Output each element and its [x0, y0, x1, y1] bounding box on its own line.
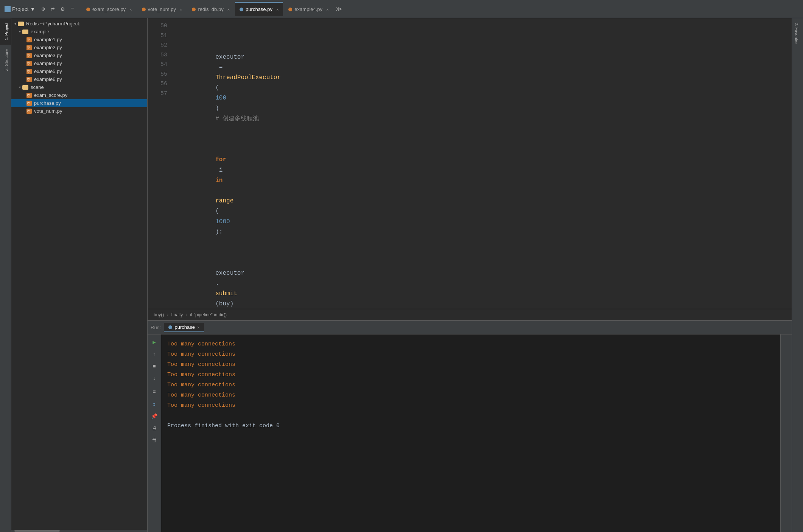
- tree-file-purchase[interactable]: purchase.py: [11, 99, 147, 107]
- run-play-button[interactable]: ▶: [150, 338, 159, 347]
- run-output-line-4: Too many connections: [167, 370, 774, 380]
- tree-file-vote-num[interactable]: vote_num.py: [11, 107, 147, 115]
- run-output-blank: [167, 411, 774, 421]
- tree-exam-score-label: exam_score.py: [34, 92, 67, 98]
- code-in-keyword: in: [215, 177, 223, 184]
- tab-exam-score[interactable]: exam_score.py ×: [82, 2, 137, 16]
- project-dropdown-icon[interactable]: ▼: [30, 6, 36, 12]
- tab-close-example4[interactable]: ×: [326, 7, 328, 12]
- run-tab-purchase-close[interactable]: ×: [197, 325, 199, 330]
- tree-exam-score-py-icon: [26, 93, 32, 98]
- split-icon[interactable]: ⇄: [51, 5, 55, 13]
- project-label[interactable]: Project ▼: [5, 6, 35, 12]
- tree-purchase-label: purchase.py: [34, 100, 61, 106]
- run-down-button[interactable]: ↓: [150, 374, 159, 383]
- tab-label-example4: example4.py: [294, 6, 322, 12]
- code-lines[interactable]: executor = ThreadPoolExecutor ( 100 ) # …: [172, 20, 792, 309]
- tree-example5-py-icon: [26, 69, 32, 74]
- tree-purchase-py-icon: [26, 101, 32, 106]
- code-close-paren: ): [215, 105, 226, 112]
- tree-file-example3[interactable]: example3.py: [11, 51, 147, 59]
- more-tabs-icon[interactable]: ≫: [336, 5, 342, 13]
- breadcrumb-sep-2: ›: [185, 312, 188, 317]
- code-editor: 50 51 52 53 54 55 56 57 executor = Thre: [148, 18, 792, 320]
- tree-file-example2[interactable]: example2.py: [11, 44, 147, 51]
- tab-vote-num[interactable]: vote_num.py ×: [137, 2, 187, 16]
- run-output-line-3: Too many connections: [167, 359, 774, 370]
- run-output-line-7: Too many connections: [167, 400, 774, 411]
- tree-example6-label: example6.py: [34, 76, 62, 82]
- tab-purchase[interactable]: purchase.py ×: [235, 2, 283, 16]
- run-print-button[interactable]: 🖨: [150, 424, 159, 433]
- tree-file-example6[interactable]: example6.py: [11, 75, 147, 83]
- code-i-var: i: [215, 167, 226, 174]
- add-icon[interactable]: ⊕: [41, 5, 45, 13]
- tree-scene-label: scene: [31, 84, 44, 90]
- run-right-sidebar: [780, 334, 792, 532]
- file-tree-scrollbar[interactable]: [11, 530, 147, 532]
- project-tab-vertical[interactable]: 1: Project: [0, 18, 11, 45]
- tree-example-arrow: ▾: [19, 30, 21, 34]
- tab-close-vote-num[interactable]: ×: [180, 7, 182, 12]
- code-executor-55: executor: [215, 270, 244, 277]
- settings-icon[interactable]: ⚙: [61, 5, 65, 13]
- run-output-line-1: Too many connections: [167, 339, 774, 349]
- code-area: 50 51 52 53 54 55 56 57 executor = Thre: [148, 18, 792, 532]
- tree-folder-scene[interactable]: ▾ scene: [11, 83, 147, 91]
- tab-close-purchase[interactable]: ×: [276, 7, 279, 12]
- tree-folder-example[interactable]: ▾ example: [11, 28, 147, 36]
- run-output[interactable]: Too many connections Too many connection…: [161, 334, 780, 532]
- tree-example1-label: example1.py: [34, 37, 62, 42]
- top-bar: Project ▼ ⊕ ⇄ ⚙ − exam_score.py × vote_n…: [0, 0, 803, 18]
- tab-redis-db[interactable]: redis_db.py ×: [187, 2, 234, 16]
- tab-close-redis-db[interactable]: ×: [227, 7, 230, 12]
- tab-icon-redis-db: [192, 8, 196, 11]
- code-open-paren-54: (: [215, 208, 219, 215]
- tree-example2-label: example2.py: [34, 45, 62, 50]
- tab-close-exam-score[interactable]: ×: [129, 7, 132, 12]
- run-output-line-6: Too many connections: [167, 390, 774, 400]
- tree-vote-num-label: vote_num.py: [34, 108, 62, 114]
- bottom-tab-bar: Run: purchase ×: [148, 321, 792, 334]
- tree-scene-arrow: ▾: [19, 85, 21, 89]
- project-panel: ▾ Redis ~/PycharmProject: ▾ example exam…: [11, 18, 148, 532]
- minimize-icon[interactable]: −: [70, 5, 74, 13]
- line-num-51: 51: [148, 31, 167, 41]
- tree-file-example4[interactable]: example4.py: [11, 59, 147, 67]
- code-line-54: for i in range ( 1000 ):: [172, 145, 792, 247]
- tree-vote-num-py-icon: [26, 109, 32, 114]
- tree-file-example1[interactable]: example1.py: [11, 36, 147, 44]
- run-pin-button[interactable]: 📌: [150, 412, 159, 421]
- run-stop-button[interactable]: ■: [150, 362, 159, 371]
- run-up-button[interactable]: ↑: [150, 350, 159, 359]
- code-comment-52: # 创建多线程池: [215, 115, 259, 122]
- run-tab-purchase-icon: [168, 325, 172, 329]
- run-tab-purchase[interactable]: purchase ×: [164, 323, 204, 332]
- run-rerun-button[interactable]: ≡: [150, 387, 159, 397]
- tab-example4[interactable]: example4.py ×: [284, 2, 333, 16]
- breadcrumb-pipeline: if "pipeline" in dir(): [190, 312, 227, 317]
- tab-icon-exam-score: [86, 8, 90, 11]
- breadcrumb-sep-1: ›: [166, 312, 169, 317]
- file-tree[interactable]: ▾ Redis ~/PycharmProject: ▾ example exam…: [11, 18, 147, 530]
- favorites-tab-vertical[interactable]: 2: Favorites: [792, 18, 801, 49]
- tree-example-folder-icon: [22, 30, 28, 34]
- code-content[interactable]: 50 51 52 53 54 55 56 57 executor = Thre: [148, 18, 792, 309]
- tree-root[interactable]: ▾ Redis ~/PycharmProject:: [11, 20, 147, 28]
- tab-label-vote-num: vote_num.py: [148, 6, 176, 12]
- run-trash-button[interactable]: 🗑: [150, 436, 159, 445]
- run-tab-purchase-label: purchase: [174, 324, 195, 330]
- run-controls: ▶ ↑ ■ ↓ ≡ ↧ 📌 🖨 🗑: [148, 334, 161, 532]
- structure-tab-vertical[interactable]: Z: Structure: [0, 45, 11, 75]
- run-scroll-end-button[interactable]: ↧: [150, 400, 159, 409]
- tree-file-example5[interactable]: example5.py: [11, 67, 147, 75]
- tree-example4-py-icon: [26, 61, 32, 66]
- main-area: 1: Project Z: Structure ▾ Redis ~/Pychar…: [0, 18, 803, 532]
- tree-file-exam-score[interactable]: exam_score.py: [11, 91, 147, 99]
- code-buy-55: (buy): [215, 300, 233, 307]
- breadcrumb-finally: finally: [171, 312, 183, 317]
- tab-bar: exam_score.py × vote_num.py × redis_db.p…: [82, 2, 798, 16]
- code-line-52: executor = ThreadPoolExecutor ( 100 ) # …: [172, 42, 792, 134]
- code-line-50: [172, 21, 792, 31]
- code-equals: =: [215, 64, 226, 71]
